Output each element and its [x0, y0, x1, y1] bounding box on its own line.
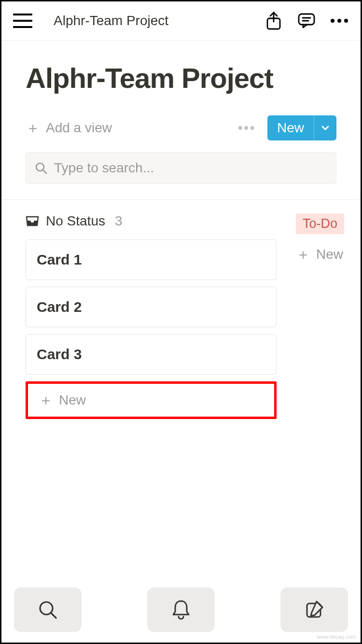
card-title: Card 2 — [37, 299, 82, 315]
column-tag: To-Do — [296, 213, 344, 234]
view-controls: ＋ Add a view ••• New — [26, 115, 336, 140]
view-more-icon[interactable]: ••• — [233, 120, 261, 136]
board-column-no-status: No Status 3 Card 1 Card 2 Card 3 ＋ New — [26, 213, 277, 419]
board-card[interactable]: Card 3 — [26, 334, 277, 375]
plus-icon: ＋ — [26, 121, 40, 135]
board-card[interactable]: Card 2 — [26, 287, 277, 327]
column-count: 3 — [115, 213, 123, 229]
board: No Status 3 Card 1 Card 2 Card 3 ＋ New T… — [26, 213, 336, 419]
bell-icon — [171, 599, 191, 620]
app-frame: Alphr-Team Project — [0, 0, 362, 644]
add-card-button[interactable]: ＋ New — [296, 245, 349, 262]
svg-rect-1 — [299, 14, 314, 25]
board-card[interactable]: Card 1 — [26, 239, 277, 280]
svg-point-4 — [331, 19, 334, 23]
add-view-label: Add a view — [46, 120, 112, 136]
search-icon — [35, 162, 47, 174]
svg-point-5 — [337, 19, 341, 23]
compose-icon — [304, 600, 324, 620]
column-header[interactable]: No Status 3 — [26, 213, 277, 229]
search-icon — [38, 600, 58, 620]
more-icon[interactable] — [330, 11, 349, 30]
page-content: Alphr-Team Project ＋ Add a view ••• New … — [1, 41, 361, 579]
svg-line-10 — [51, 613, 56, 618]
menu-hamburger-icon[interactable] — [13, 14, 32, 28]
search-input[interactable]: Type to search... — [26, 152, 336, 184]
card-title: Card 3 — [37, 346, 82, 362]
bottom-compose-button[interactable] — [280, 588, 348, 632]
top-actions — [264, 11, 349, 30]
new-button-dropdown[interactable] — [314, 115, 336, 140]
comments-icon[interactable] — [297, 11, 316, 30]
svg-line-8 — [43, 170, 46, 173]
divider — [1, 199, 361, 200]
plus-icon: ＋ — [296, 247, 310, 262]
inbox-icon — [26, 216, 39, 226]
column-name: No Status — [46, 213, 105, 229]
bottom-search-button[interactable] — [14, 588, 82, 632]
share-icon[interactable] — [264, 11, 283, 30]
add-card-label: New — [59, 392, 86, 408]
column-header[interactable]: To-Do — [296, 213, 349, 234]
watermark: www.deuaq.com — [317, 634, 356, 640]
search-placeholder: Type to search... — [54, 160, 154, 176]
bottom-notifications-button[interactable] — [147, 588, 215, 632]
card-title: Card 1 — [37, 252, 82, 267]
add-card-button[interactable]: ＋ New — [26, 381, 277, 419]
new-button-label: New — [267, 115, 314, 140]
new-button[interactable]: New — [267, 115, 336, 140]
svg-point-6 — [344, 19, 348, 23]
add-view-button[interactable]: ＋ Add a view — [26, 120, 226, 136]
page-title: Alphr-Team Project — [26, 62, 336, 94]
bottom-bar — [1, 579, 361, 643]
plus-icon: ＋ — [39, 393, 53, 407]
breadcrumb-title[interactable]: Alphr-Team Project — [42, 13, 254, 28]
top-bar: Alphr-Team Project — [1, 1, 361, 41]
board-column-to-do: To-Do ＋ New — [296, 213, 349, 262]
add-card-label: New — [316, 247, 343, 262]
